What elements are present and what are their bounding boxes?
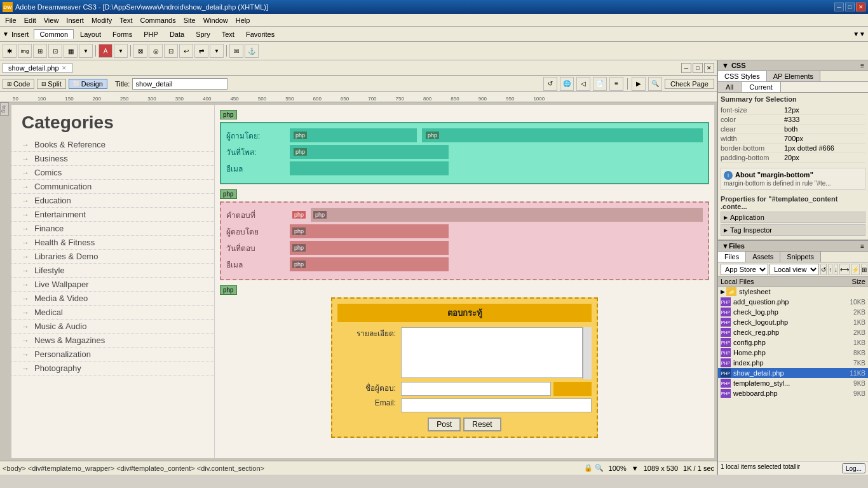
tab-forms[interactable]: Forms: [107, 30, 137, 39]
minimize-button[interactable]: ─: [834, 3, 844, 11]
doc-tab-close[interactable]: ✕: [62, 65, 67, 71]
tool-1[interactable]: ✱: [3, 44, 17, 58]
tab-common[interactable]: Common: [34, 29, 74, 39]
files-tab-files[interactable]: Files: [718, 252, 746, 262]
tool-5[interactable]: ▦: [64, 44, 78, 58]
tool-3[interactable]: ⊞: [33, 44, 47, 58]
local-view-dropdown[interactable]: Local view: [770, 264, 819, 275]
files-tab-assets[interactable]: Assets: [746, 252, 780, 262]
files-tab-snippets[interactable]: Snippets: [780, 252, 821, 262]
files-collapse-btn[interactable]: ▼: [722, 242, 729, 250]
check-page-btn[interactable]: Check Page: [665, 79, 714, 89]
tool-14[interactable]: ▼: [210, 44, 224, 58]
title-input[interactable]: [132, 78, 227, 90]
menu-window[interactable]: Window: [200, 15, 232, 25]
tab-favorites[interactable]: Favorites: [241, 30, 280, 39]
list-item-check-reg[interactable]: PHP check_reg.php 2KB: [718, 327, 868, 337]
css-current-tab[interactable]: Current: [742, 82, 781, 92]
cat-health[interactable]: → Health & Fitness: [11, 236, 214, 250]
cat-comics[interactable]: → Comics: [11, 166, 214, 180]
cat-communication[interactable]: → Communication: [11, 180, 214, 194]
cat-entertainment[interactable]: → Entertainment: [11, 208, 214, 222]
nav-back[interactable]: ◁: [576, 77, 590, 91]
left-tab-1[interactable]: tag: [0, 102, 9, 116]
tab-layout[interactable]: Layout: [75, 30, 106, 39]
list-item-webboard[interactable]: PHP webboard.php 9KB: [718, 388, 868, 398]
tool-8[interactable]: ▼: [114, 44, 128, 58]
globe-icon[interactable]: 🌐: [560, 77, 574, 91]
refresh-icon[interactable]: ↺: [543, 77, 557, 91]
menu-site[interactable]: Site: [180, 15, 200, 25]
close-button[interactable]: ✕: [856, 3, 865, 11]
connect-icon[interactable]: ⚡: [851, 264, 860, 275]
log-button[interactable]: Log...: [842, 463, 865, 473]
post-button[interactable]: Post: [428, 417, 461, 431]
details-textarea[interactable]: [401, 327, 583, 378]
tool-11[interactable]: ⊡: [164, 44, 178, 58]
menu-edit[interactable]: Edit: [20, 15, 40, 25]
cat-books[interactable]: → Books & Reference: [11, 138, 214, 152]
cat-media[interactable]: → Media & Video: [11, 292, 214, 306]
tool-2[interactable]: img: [18, 44, 32, 58]
download-icon[interactable]: ↓: [834, 264, 838, 275]
list-item-config[interactable]: PHP config.php 1KB: [718, 337, 868, 348]
preview-icon[interactable]: ▶: [632, 77, 646, 91]
file-browse[interactable]: 📄: [593, 77, 607, 91]
ap-elements-tab[interactable]: AP Elements: [767, 71, 820, 81]
menu-commands[interactable]: Commands: [136, 15, 179, 25]
list-item-check-logout[interactable]: PHP check_logout.php 1KB: [718, 317, 868, 327]
cat-lifestyle[interactable]: → Lifestyle: [11, 264, 214, 278]
textarea-scrollbar[interactable]: [583, 327, 592, 379]
app-store-dropdown[interactable]: App Store: [721, 264, 768, 275]
css-all-tab[interactable]: All: [718, 82, 742, 92]
list-item-stylesheet[interactable]: ▶ 📁 stylesheet: [718, 287, 868, 297]
tool-6[interactable]: ▼: [79, 44, 93, 58]
css-styles-tab[interactable]: CSS Styles: [718, 71, 767, 81]
doc-minimize[interactable]: ─: [681, 63, 691, 73]
tool-9[interactable]: ⊠: [133, 44, 147, 58]
tool-7[interactable]: A: [98, 44, 112, 58]
tool-15[interactable]: ✉: [229, 44, 243, 58]
cat-finance[interactable]: → Finance: [11, 222, 214, 236]
list-item-add-question[interactable]: PHP add_question.php 10KB: [718, 297, 868, 307]
sync-icon[interactable]: ⟷: [839, 264, 850, 275]
toolbar-options[interactable]: ▼▼: [853, 30, 865, 37]
reset-button[interactable]: Reset: [463, 417, 501, 431]
doc-maximize[interactable]: □: [693, 63, 703, 73]
cat-business[interactable]: → Business: [11, 152, 214, 166]
tool-16[interactable]: ⚓: [245, 44, 259, 58]
files-options[interactable]: ≡: [860, 243, 864, 250]
application-row[interactable]: ▶ Application: [721, 212, 865, 223]
tool-13[interactable]: ⇄: [194, 44, 208, 58]
css-collapse-btn[interactable]: ▼: [722, 62, 729, 69]
menu-modify[interactable]: Modify: [88, 15, 116, 25]
tab-php[interactable]: PHP: [139, 30, 163, 39]
menu-insert[interactable]: Insert: [62, 15, 88, 25]
debug-icon[interactable]: 🔍: [648, 77, 662, 91]
list-item-check-log[interactable]: PHP check_log.php 2KB: [718, 307, 868, 317]
cat-photography[interactable]: → Photography: [11, 362, 214, 376]
cat-libraries[interactable]: → Libraries & Demo: [11, 250, 214, 264]
cat-music[interactable]: → Music & Audio: [11, 320, 214, 334]
tag-inspector-row[interactable]: ▶ Tag Inspector: [721, 224, 865, 236]
design-btn[interactable]: ⬜ Design: [69, 79, 107, 89]
expand-icon[interactable]: ⊞: [861, 264, 867, 275]
upload-icon[interactable]: ↑: [828, 264, 832, 275]
refresh-files-icon[interactable]: ↺: [820, 264, 827, 275]
doc-close[interactable]: ✕: [704, 63, 714, 73]
menu-file[interactable]: File: [1, 15, 20, 25]
menu-help[interactable]: Help: [232, 15, 254, 25]
css-options-icon[interactable]: ≡: [860, 62, 864, 69]
email-reply-input[interactable]: [401, 398, 592, 412]
file-action[interactable]: ≡: [609, 77, 623, 91]
cat-news[interactable]: → News & Magazines: [11, 334, 214, 348]
tool-12[interactable]: ↩: [179, 44, 193, 58]
tool-10[interactable]: ◎: [149, 44, 163, 58]
split-btn[interactable]: ⊟ Split: [37, 79, 65, 89]
cat-medical[interactable]: → Medical: [11, 306, 214, 320]
menu-text[interactable]: Text: [116, 15, 136, 25]
list-item-home[interactable]: PHP Home.php 8KB: [718, 348, 868, 358]
status-zoom-dropdown[interactable]: ▼: [632, 464, 639, 472]
tab-data[interactable]: Data: [165, 30, 189, 39]
code-btn[interactable]: ⊞ Code: [3, 79, 34, 89]
